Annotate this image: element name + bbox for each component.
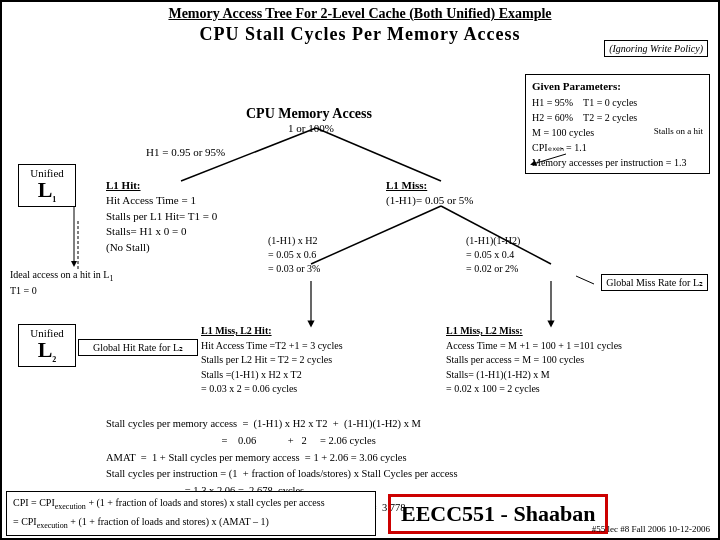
footer: #55 lec #8 Fall 2006 10-12-2006 xyxy=(592,524,710,534)
l1_1mh2-line2: = 0.05 x 0.4 xyxy=(466,248,520,262)
global-hit-l2-box: Global Hit Rate for L₂ xyxy=(78,339,198,356)
l1-miss-title: L1 Miss: xyxy=(386,178,473,193)
svg-line-9 xyxy=(576,276,594,284)
l1-miss-sub: (1-H1)= 0.05 or 5% xyxy=(386,193,473,208)
l2-box-label: L2 xyxy=(21,339,73,364)
l1miss-l2hit-block: L1 Miss, L2 Hit: Hit Access Time =T2 +1 … xyxy=(201,324,343,397)
l1miss-l2hit-line2: Stalls per L2 Hit = T2 = 2 cycles xyxy=(201,353,343,368)
l1-hit-line4: (No Stall) xyxy=(106,240,217,255)
amat-line: AMAT = 1 + Stall cycles per memory acces… xyxy=(106,450,458,467)
l1miss-l2hit-line4: = 0.03 x 2 = 0.06 cycles xyxy=(201,382,343,397)
l1-hit-block: L1 Hit: Hit Access Time = 1 Stalls per L… xyxy=(106,178,217,255)
unified-l1-box: Unified L1 xyxy=(18,164,76,207)
global-miss-l2-label: Global Miss Rate for L₂ xyxy=(606,277,703,288)
svg-line-8 xyxy=(533,154,566,164)
page-title: Memory Access Tree For 2-Level Cache (Bo… xyxy=(6,6,714,22)
global-hit-l2-label: Global Hit Rate for L₂ xyxy=(93,342,183,353)
one-or-100: 1 or 100% xyxy=(288,122,334,134)
h1-label: H1 = 0.95 or 95% xyxy=(146,146,225,158)
l1h2-calc: (1-H1) x H2 = 0.05 x 0.6 = 0.03 or 3% xyxy=(268,234,320,276)
ideal-label: Ideal access on a hit in L1 T1 = 0 xyxy=(10,268,113,297)
l1_1mh2-line1: (1-H1)(1-H2) xyxy=(466,234,520,248)
l1-miss-block: L1 Miss: (1-H1)= 0.05 or 5% xyxy=(386,178,473,209)
stall-instr-line1: Stall cycles per instruction = (1 + frac… xyxy=(106,466,458,483)
l1miss-l2miss-line1: Access Time = M +1 = 100 + 1 =101 cycles xyxy=(446,339,622,354)
l1miss-l2hit-line3: Stalls =(1-H1) x H2 x T2 xyxy=(201,368,343,383)
ideal-line1: Ideal access on a hit in L1 xyxy=(10,268,113,284)
formula-box: CPI = CPIexecution + (1 + fraction of lo… xyxy=(6,491,376,536)
l1miss-l2miss-line4: = 0.02 x 100 = 2 cycles xyxy=(446,382,622,397)
l1_1mh2-line3: = 0.02 or 2% xyxy=(466,262,520,276)
l1_1mh2-calc: (1-H1)(1-H2) = 0.05 x 0.4 = 0.02 or 2% xyxy=(466,234,520,276)
l1miss-l2miss-line3: Stalls= (1-H1)(1-H2) x M xyxy=(446,368,622,383)
l1-hit-line2: Stalls per L1 Hit= T1 = 0 xyxy=(106,209,217,224)
l1-hit-line1: Hit Access Time = 1 xyxy=(106,193,217,208)
l1miss-l2miss-title: L1 Miss, L2 Miss: xyxy=(446,324,622,339)
eecc-label: EECC551 - Shaaban xyxy=(401,501,595,526)
diagram-area: CPU Memory Access 1 or 100% H1 = 0.95 or… xyxy=(6,46,714,516)
l1-hit-title: L1 Hit: xyxy=(106,178,217,193)
cpu-memory-access: CPU Memory Access xyxy=(246,106,372,122)
stall-formula-line1: Stall cycles per memory access = (1-H1) … xyxy=(106,416,458,433)
l1h2-line1: (1-H1) x H2 xyxy=(268,234,320,248)
l1h2-line2: = 0.05 x 0.6 xyxy=(268,248,320,262)
l1-hit-line3: Stalls= H1 x 0 = 0 xyxy=(106,224,217,239)
l1miss-l2hit-title: L1 Miss, L2 Hit: xyxy=(201,324,343,339)
global-miss-l2-box: Global Miss Rate for L₂ xyxy=(601,274,708,291)
bottom-formula1: CPI = CPIexecution + (1 + fraction of lo… xyxy=(13,495,369,513)
stall-formula-line2: = 0.06 + 2 = 2.06 cycles xyxy=(106,433,458,450)
main-container: Memory Access Tree For 2-Level Cache (Bo… xyxy=(0,0,720,540)
l1h2-line3: = 0.03 or 3% xyxy=(268,262,320,276)
l1-box-label: L1 xyxy=(21,179,73,204)
bottom-formula2: = CPIexecution + (1 + fraction of loads … xyxy=(13,514,369,532)
unified-l2-box: Unified L2 xyxy=(18,324,76,367)
l1miss-l2miss-line2: Stalls per access = M = 100 cycles xyxy=(446,353,622,368)
l1miss-l2miss-block: L1 Miss, L2 Miss: Access Time = M +1 = 1… xyxy=(446,324,622,397)
svg-line-1 xyxy=(316,128,441,181)
svg-line-2 xyxy=(311,206,441,264)
l1miss-l2hit-line1: Hit Access Time =T2 +1 = 3 cycles xyxy=(201,339,343,354)
ideal-line2: T1 = 0 xyxy=(10,284,113,297)
eecc-box: EECC551 - Shaaban xyxy=(388,494,608,534)
